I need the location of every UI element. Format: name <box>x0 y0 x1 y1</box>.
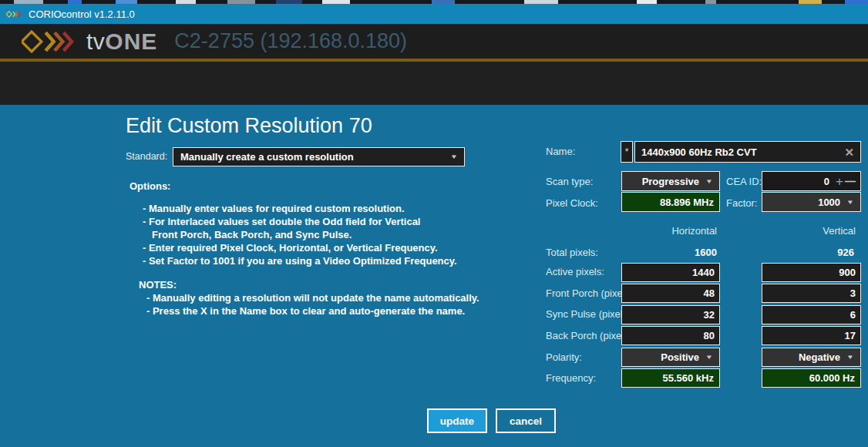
back-porch-h-wrap <box>621 326 720 345</box>
brand-tv: tv <box>86 29 105 54</box>
front-porch-v-wrap <box>762 284 861 303</box>
options-line: - Set Factor to 1001 if you are using a … <box>130 254 530 267</box>
total-pixels-label: Total pixels: <box>546 247 598 258</box>
device-title: C2-2755 (192.168.0.180) <box>174 29 407 53</box>
factor-value: 1000 <box>818 197 840 208</box>
notes-line: - Press the X in the Name box to clear a… <box>130 304 530 318</box>
options-line: - Manually enter values for required cus… <box>130 202 530 215</box>
cea-id-label: CEA ID: <box>726 176 762 187</box>
sync-pulse-vertical-input[interactable] <box>762 306 860 324</box>
name-field-wrap: ✕ <box>634 141 861 163</box>
horizontal-column-header: Horizontal <box>621 225 717 237</box>
chevron-down-icon: ▼ <box>846 199 854 206</box>
options-line: - For Interlaced values set double the O… <box>130 215 530 228</box>
standard-dropdown[interactable]: Manually create a custom resolution ▼ <box>173 147 465 166</box>
coriocontrol-logo-icon <box>6 8 23 21</box>
back-porch-vertical-input[interactable] <box>762 327 860 344</box>
app-window: CORIOcontrol v1.2.11.0 tvONE C2-2755 (19… <box>0 0 868 447</box>
sync-pulse-v-wrap <box>762 305 861 324</box>
polarity-vertical-value: Negative <box>799 351 840 363</box>
cea-id-stepper: + — <box>762 171 861 191</box>
window-titlebar: CORIOcontrol v1.2.11.0 <box>0 4 868 24</box>
options-heading: Options: <box>130 180 530 193</box>
active-pixels-horizontal-input[interactable] <box>622 264 719 281</box>
polarity-horizontal-dropdown[interactable]: Positive ▼ <box>621 348 720 367</box>
notes-line: - Manually editing a resolution will not… <box>130 291 530 304</box>
window-title: CORIOcontrol v1.2.11.0 <box>29 8 135 20</box>
scan-type-dropdown[interactable]: Progressive ▼ <box>621 171 720 191</box>
frequency-vertical-field[interactable]: 60.000 Hz <box>762 368 861 388</box>
options-line: Front Porch, Back Porch, and Sync Pulse. <box>130 228 530 241</box>
standard-dropdown-value: Manually create a custom resolution <box>180 151 354 163</box>
brand-name: tvONE <box>86 29 157 55</box>
total-pixels-vertical: 926 <box>759 247 854 258</box>
active-pixels-h-wrap <box>621 263 720 282</box>
chevron-down-icon: ▼ <box>846 354 854 361</box>
plus-icon[interactable]: + <box>836 175 843 188</box>
name-label: Name: <box>546 146 575 157</box>
minus-icon[interactable]: — <box>845 176 856 187</box>
scan-type-value: Progressive <box>642 176 699 187</box>
back-porch-v-wrap <box>762 326 861 345</box>
clear-name-icon[interactable]: ✕ <box>841 146 860 158</box>
chevron-down-icon: ▼ <box>450 153 458 160</box>
notes-heading: NOTES: <box>130 278 530 291</box>
scan-type-label: Scan type: <box>546 176 593 187</box>
name-input[interactable] <box>635 142 841 162</box>
chevron-down-icon: ▼ <box>705 178 713 185</box>
update-button[interactable]: update <box>427 408 487 433</box>
standard-label: Standard: <box>126 151 167 162</box>
sync-pulse-h-wrap <box>621 305 720 324</box>
front-porch-vertical-input[interactable] <box>762 284 860 302</box>
edit-resolution-panel: Edit Custom Resolution 70 Standard: Manu… <box>0 105 868 447</box>
active-pixels-vertical-input[interactable] <box>762 264 860 281</box>
pixel-clock-field[interactable]: 88.896 MHz <box>621 192 720 212</box>
front-porch-horizontal-input[interactable] <box>622 284 719 302</box>
sync-pulse-horizontal-input[interactable] <box>622 306 719 324</box>
cancel-button[interactable]: cancel <box>496 408 556 433</box>
frequency-horizontal-field[interactable]: 55.560 kHz <box>621 368 720 388</box>
app-header: tvONE C2-2755 (192.168.0.180) <box>0 24 868 59</box>
chevron-down-icon: ▼ <box>705 354 713 361</box>
back-porch-horizontal-input[interactable] <box>622 327 719 344</box>
polarity-label: Polarity: <box>546 351 582 363</box>
factor-label: Factor: <box>726 197 757 209</box>
frequency-label: Frequency: <box>546 372 596 384</box>
brand-one: ONE <box>105 29 157 54</box>
pixel-clock-label: Pixel Clock: <box>546 197 598 209</box>
active-pixels-v-wrap <box>762 263 861 282</box>
front-porch-h-wrap <box>621 284 720 303</box>
cea-id-input[interactable] <box>762 172 834 190</box>
vertical-column-header: Vertical <box>760 225 856 237</box>
options-help-text: Options: - Manually enter values for req… <box>130 180 530 318</box>
options-line: - Enter required Pixel Clock, Horizontal… <box>130 241 530 254</box>
tvone-logo-icon <box>22 28 82 55</box>
polarity-horizontal-value: Positive <box>661 351 699 363</box>
active-pixels-label: Active pixels: <box>546 266 604 277</box>
factor-dropdown[interactable]: 1000 ▼ <box>762 192 861 212</box>
required-asterisk: * <box>621 141 633 163</box>
dialog-title: Edit Custom Resolution 70 <box>126 114 372 138</box>
total-pixels-horizontal: 1600 <box>621 247 717 258</box>
nav-bar: Resolutions C2 Configuration file export… <box>0 62 868 105</box>
polarity-vertical-dropdown[interactable]: Negative ▼ <box>762 348 861 367</box>
